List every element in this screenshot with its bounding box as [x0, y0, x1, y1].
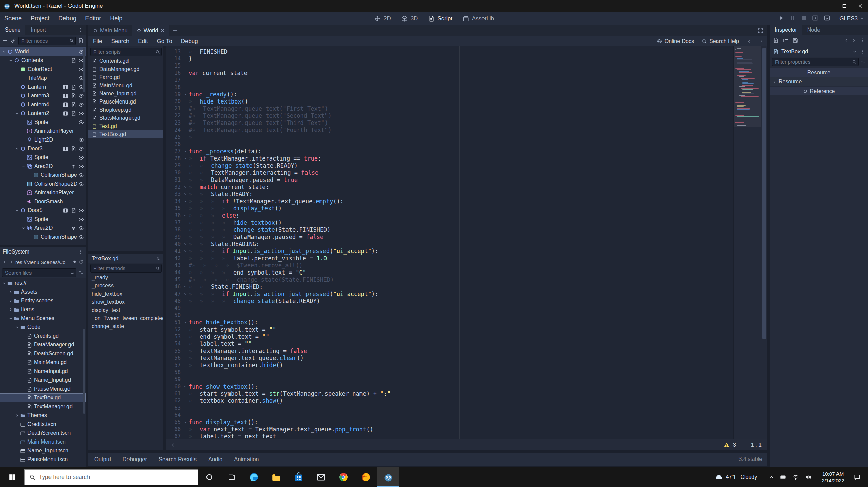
fold-icon[interactable] [182, 213, 189, 218]
code-line[interactable]: 44»»»»end_symbol.text = "C" [166, 269, 733, 276]
menu-help[interactable]: Help [105, 12, 127, 25]
editor-mode-assetlib[interactable]: AssetLib [462, 15, 494, 22]
script-icon[interactable] [71, 102, 76, 108]
collapse-icon[interactable] [14, 208, 20, 213]
script-history-forward-icon[interactable] [759, 39, 764, 44]
code-line[interactable]: 62»textbox_container.show() [166, 397, 733, 404]
hidden-icons-icon[interactable] [769, 474, 774, 480]
script-item-farro-gd[interactable]: Farro.gd [88, 73, 163, 81]
code-line[interactable]: 29»»change_state(State.READY) [166, 162, 733, 169]
file-code[interactable]: Code [0, 323, 86, 332]
fold-icon[interactable] [182, 285, 189, 289]
code-line[interactable]: 14} [166, 55, 733, 62]
scene-node-sprite[interactable]: Sprite [0, 215, 86, 224]
playcustom-button[interactable] [824, 15, 830, 23]
file-name-input-gd[interactable]: Name_Input.gd [0, 376, 86, 385]
scene-node-door5[interactable]: Door5 [0, 206, 86, 215]
script-item-name-input-gd[interactable]: Name_Input.gd [88, 90, 163, 98]
code-line[interactable]: 67»label.text = next_text [166, 433, 733, 439]
visibility-eye-icon[interactable] [78, 146, 84, 152]
code-line[interactable]: 33»»State.READY: [166, 190, 733, 198]
collapse-icon[interactable] [21, 164, 26, 169]
filter-properties-input[interactable] [772, 58, 859, 66]
code-line[interactable]: 35»»»»display_text() [166, 205, 733, 212]
fold-icon[interactable] [182, 420, 189, 424]
script-menu-search[interactable]: Search [106, 38, 134, 45]
fold-icon[interactable] [182, 92, 189, 96]
pause-button[interactable] [789, 15, 796, 23]
code-line[interactable]: 39»»»»DataManager.paused = false [166, 233, 733, 240]
expand-icon[interactable] [14, 413, 20, 418]
taskbar-app-mail[interactable] [310, 467, 332, 487]
collapse-icon[interactable] [1, 50, 7, 54]
code-line[interactable]: 32»match current_state: [166, 183, 733, 190]
file-name-input-tscn[interactable]: Name_Input.tscn [0, 446, 86, 455]
sort-methods-icon[interactable] [156, 256, 160, 261]
inspector-menu-icon[interactable] [860, 38, 865, 43]
scene-node-sprite[interactable]: Sprite [0, 118, 86, 127]
scene-node-lantern2[interactable]: Lantern2 [0, 109, 86, 118]
script-icon[interactable] [71, 93, 76, 99]
inspector-group-resource[interactable]: Resource [770, 77, 868, 86]
history-forward-icon[interactable] [852, 38, 856, 43]
editor-mode-2d[interactable]: 2D [374, 15, 391, 22]
new-resource-icon[interactable] [773, 37, 779, 43]
sort-files-icon[interactable] [78, 270, 84, 275]
collapse-icon[interactable] [14, 111, 20, 116]
code-line[interactable]: 42»»»»label.percent_visible = 1.0 [166, 255, 733, 262]
dock-menu-icon[interactable] [78, 249, 83, 255]
script-menu-file[interactable]: File [88, 38, 106, 45]
scene-node-lantern3[interactable]: Lantern3 [0, 91, 86, 100]
script-item-shopkeep-gd[interactable]: Shopkeep.gd [88, 106, 163, 114]
favorite-icon[interactable] [72, 260, 77, 264]
file-deathscreen-tscn[interactable]: DeathScreen.tscn [0, 429, 86, 437]
code-line[interactable]: 56»TextManager.text_queue.clear() [166, 354, 733, 361]
method-item-change-state[interactable]: change_state [88, 322, 163, 331]
weather-widget[interactable]: 47°F Cloudy [709, 473, 763, 481]
script-icon[interactable] [71, 111, 76, 116]
bottom-tab-audio[interactable]: Audio [202, 456, 228, 463]
taskbar-search-input[interactable] [39, 474, 193, 481]
menu-project[interactable]: Project [26, 12, 54, 25]
script-item-textbox-gd[interactable]: TextBox.gd [88, 130, 163, 138]
play-button[interactable] [777, 15, 784, 23]
code-line[interactable]: 19func _ready(): [166, 91, 733, 98]
editor-mode-script[interactable]: Script [428, 15, 452, 22]
scene-node-area2d[interactable]: Area2D [0, 162, 86, 171]
code-line[interactable]: 30»»TextManager.interacting = false [166, 169, 733, 176]
code-line[interactable]: 34»»»if !TextManager.text_queue.empty(): [166, 198, 733, 205]
taskbar-app-explorer[interactable] [265, 467, 288, 487]
maximize-button[interactable] [836, 0, 852, 12]
object-extra-icon[interactable] [860, 49, 865, 54]
scrollbar-thumb[interactable] [762, 48, 766, 339]
filter-nodes-input[interactable] [18, 37, 76, 45]
code-line[interactable]: 55»TextManager.interacting = false [166, 347, 733, 354]
scene-node-colorrect[interactable]: ColorRect [0, 65, 86, 74]
code-line[interactable]: 38»»»»change_state(State.FINISHED) [166, 226, 733, 233]
code-line[interactable]: 22#»TextManager.queue_text("Second Text"… [166, 112, 733, 119]
code-minimap[interactable] [733, 46, 761, 439]
taskbar-clock[interactable]: 10:07 AM 2/14/2022 [817, 471, 849, 484]
fold-icon[interactable] [182, 156, 189, 161]
file-res[interactable]: res:// [0, 279, 86, 287]
file-items[interactable]: Items [0, 305, 86, 314]
taskbar-app-chrome[interactable] [332, 467, 355, 487]
bottom-tab-output[interactable]: Output [88, 456, 117, 463]
visibility-eye-icon[interactable] [78, 172, 84, 178]
file-credits-tscn[interactable]: Credits.tscn [0, 420, 86, 429]
script-menu-edit[interactable]: Edit [134, 38, 152, 45]
history-back-icon[interactable] [844, 38, 849, 43]
visibility-eye-icon[interactable] [78, 102, 84, 108]
code-line[interactable]: 26 [166, 141, 733, 148]
file-pausemenu-gd[interactable]: PauseMenu.gd [0, 385, 86, 393]
collapse-icon[interactable] [1, 281, 7, 285]
history-back-icon[interactable] [2, 260, 7, 264]
warning-icon[interactable] [724, 442, 730, 448]
method-item-hide-textbox[interactable]: hide_textbox [88, 290, 163, 298]
visibility-eye-icon[interactable] [78, 93, 84, 99]
signal-icon[interactable] [71, 225, 76, 231]
visibility-eye-icon[interactable] [78, 225, 84, 231]
file-mainmenu-gd[interactable]: MainMenu.gd [0, 358, 86, 367]
visibility-eye-icon[interactable] [78, 137, 84, 143]
scene-node-collisionshape[interactable]: CollisionShape [0, 232, 86, 241]
